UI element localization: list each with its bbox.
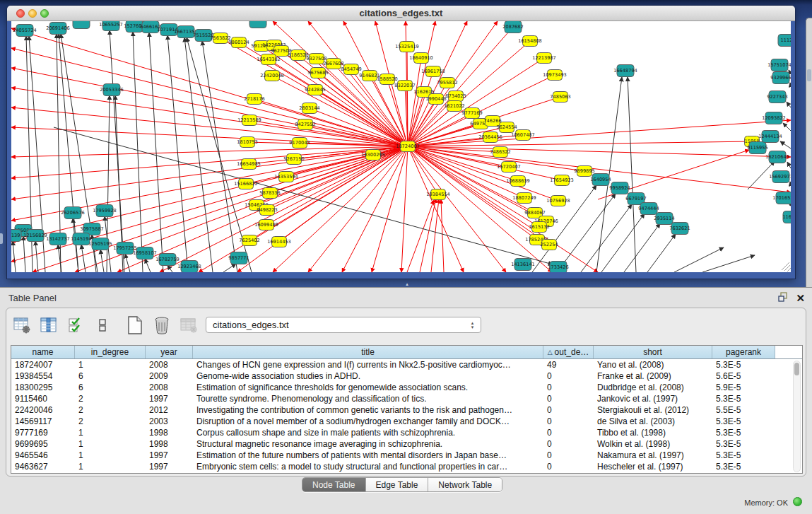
- graph-node[interactable]: 16099489: [254, 220, 278, 230]
- graph-node[interactable]: 116753: [782, 211, 791, 223]
- graph-node[interactable]: 16914453: [267, 237, 291, 247]
- window-titlebar[interactable]: citations_edges.txt: [7, 6, 795, 21]
- graph-node[interactable]: 15751074: [767, 59, 791, 71]
- graph-node[interactable]: 2718176: [244, 94, 264, 105]
- graph-node[interactable]: 12444134: [758, 131, 782, 143]
- table-row[interactable]: 911546021997Tourette syndrome. Phenomeno…: [11, 393, 802, 404]
- graph-node[interactable]: 12213987: [532, 53, 556, 64]
- graph-node[interactable]: 20691406: [46, 23, 70, 35]
- graph-node[interactable]: 7625402: [239, 235, 259, 246]
- graph-node[interactable]: 7632621: [669, 223, 690, 235]
- graph-node[interactable]: 6734023: [445, 91, 466, 102]
- tab-network-table[interactable]: Network Table: [428, 478, 502, 491]
- column-header-short[interactable]: short: [594, 346, 712, 358]
- stacked-rows-icon[interactable]: [93, 316, 112, 334]
- graph-node[interactable]: 14136141: [511, 259, 535, 271]
- graph-node[interactable]: 17959928: [93, 205, 117, 217]
- tab-node-table[interactable]: Node Table: [302, 478, 366, 491]
- graph-node[interactable]: 9329966: [770, 72, 791, 84]
- table-body[interactable]: 1872400712008Changes of HCN gene express…: [11, 359, 802, 472]
- graph-node[interactable]: 22420046: [260, 71, 284, 81]
- graph-node[interactable]: 12093822: [762, 112, 786, 124]
- column-header-out_de[interactable]: △out_de…: [543, 346, 594, 358]
- graph-node[interactable]: 1733426: [548, 262, 568, 273]
- graph-node[interactable]: 12156829: [23, 230, 47, 242]
- table-row[interactable]: 2242004622012Investigating the contribut…: [11, 404, 802, 416]
- graph-node[interactable]: 14353594: [274, 172, 298, 182]
- panel-splitter-handle[interactable]: ▴: [403, 281, 411, 286]
- column-header-pagerank[interactable]: pagerank: [712, 346, 775, 358]
- graph-node[interactable]: 15692971: [769, 171, 791, 183]
- tab-edge-table[interactable]: Edge Table: [366, 478, 429, 491]
- table-settings-icon[interactable]: [12, 316, 32, 334]
- graph-node[interactable]: 17654923: [550, 175, 574, 186]
- graph-node[interactable]: 8427552: [295, 119, 315, 130]
- graph-node[interactable]: 10756928: [546, 196, 570, 206]
- graph-node[interactable]: 7955812: [437, 78, 457, 88]
- graph-node[interactable]: 10655257: [99, 21, 123, 31]
- graph-node[interactable]: 252254: [540, 240, 558, 250]
- table-row[interactable]: 1830029562008Estimation of significance …: [11, 382, 802, 393]
- graph-node[interactable]: 10688639: [506, 176, 530, 187]
- delete-table-icon[interactable]: [152, 316, 172, 334]
- graph-node[interactable]: [73, 21, 90, 29]
- graph-node[interactable]: 2935114: [654, 213, 674, 225]
- graph-node[interactable]: 9227343: [767, 91, 787, 103]
- citation-network-graph[interactable]: 24055724 20691406 10655257 1527602 64661…: [11, 21, 791, 272]
- row-selection-icon[interactable]: [66, 316, 86, 334]
- graph-node[interactable]: 9777169: [461, 108, 482, 119]
- graph-node[interactable]: 16154808: [518, 36, 542, 47]
- table-row[interactable]: 1872400712008Changes of HCN gene express…: [11, 359, 802, 370]
- table-vertical-scrollbar[interactable]: [793, 361, 801, 472]
- graph-node[interactable]: 19384554: [426, 189, 450, 200]
- graph-node[interactable]: 3624554: [496, 122, 517, 133]
- graph-node[interactable]: 5878336: [259, 188, 280, 199]
- graph-node[interactable]: 1990448: [425, 94, 446, 105]
- graph-node[interactable]: 2803144: [299, 103, 319, 114]
- graph-node[interactable]: 16210643: [765, 151, 789, 163]
- graph-node[interactable]: [249, 21, 266, 28]
- graph-node[interactable]: 1810753: [237, 137, 257, 148]
- graph-node[interactable]: 9857771: [228, 252, 249, 264]
- graph-node[interactable]: 8454749: [341, 64, 361, 75]
- table-row[interactable]: 1456911722003Disruption of a novel membe…: [11, 416, 802, 427]
- graph-node[interactable]: 1112: [778, 35, 791, 47]
- graph-node[interactable]: 17016534: [772, 192, 791, 204]
- graph-node[interactable]: 16654985: [237, 159, 261, 170]
- table-source-dropdown[interactable]: citations_edges.txt ▲▼: [206, 317, 481, 333]
- graph-node[interactable]: 12505195: [88, 238, 112, 250]
- graph-node[interactable]: 18640910: [409, 53, 433, 64]
- new-table-icon[interactable]: [125, 316, 145, 334]
- table-row[interactable]: 969969511998Structural magnetic resonanc…: [11, 438, 802, 450]
- graph-node[interactable]: 7485063: [550, 92, 570, 103]
- graph-node[interactable]: 9242845: [305, 85, 325, 95]
- graph-node[interactable]: 5675685: [307, 68, 328, 78]
- graph-node[interactable]: 16782759: [155, 254, 180, 266]
- graph-node[interactable]: 26206576: [61, 207, 85, 219]
- column-header-name[interactable]: name: [11, 346, 75, 358]
- table-row[interactable]: 1938455462009Genome-wide association stu…: [11, 370, 802, 382]
- column-header-title[interactable]: title: [193, 346, 543, 358]
- table-row[interactable]: 946362711997Embryonic stem cells: a mode…: [11, 461, 802, 472]
- side-panel-handle[interactable]: [807, 69, 811, 81]
- graph-node[interactable]: 9115955: [747, 142, 767, 154]
- graph-node[interactable]: 1640954: [590, 174, 611, 186]
- graph-node[interactable]: 9170043: [289, 138, 310, 148]
- close-panel-icon[interactable]: ✕: [796, 292, 805, 305]
- graph-node[interactable]: 9860124: [228, 37, 249, 48]
- graph-node[interactable]: 8186328: [288, 50, 308, 61]
- float-window-icon[interactable]: [778, 292, 789, 305]
- graph-node[interactable]: 20053346: [100, 84, 124, 96]
- node-attribute-table[interactable]: namein_degreeyeartitle△out_de…shortpager…: [11, 345, 803, 474]
- collapsed-side-panel[interactable]: [806, 18, 812, 287]
- graph-node[interactable]: 9899895: [574, 166, 594, 177]
- graph-node[interactable]: 1621022: [444, 101, 464, 112]
- show-columns-icon[interactable]: [39, 316, 59, 334]
- graph-node[interactable]: 1145194: [71, 233, 91, 245]
- column-header-in_degree[interactable]: in_degree: [75, 346, 146, 358]
- graph-node[interactable]: 16958107: [133, 247, 157, 259]
- graph-node[interactable]: 7563822: [210, 33, 230, 44]
- graph-node[interactable]: 20364456: [478, 132, 502, 143]
- graph-node[interactable]: 9474444: [638, 203, 659, 215]
- graph-node[interactable]: 5267150: [283, 154, 304, 165]
